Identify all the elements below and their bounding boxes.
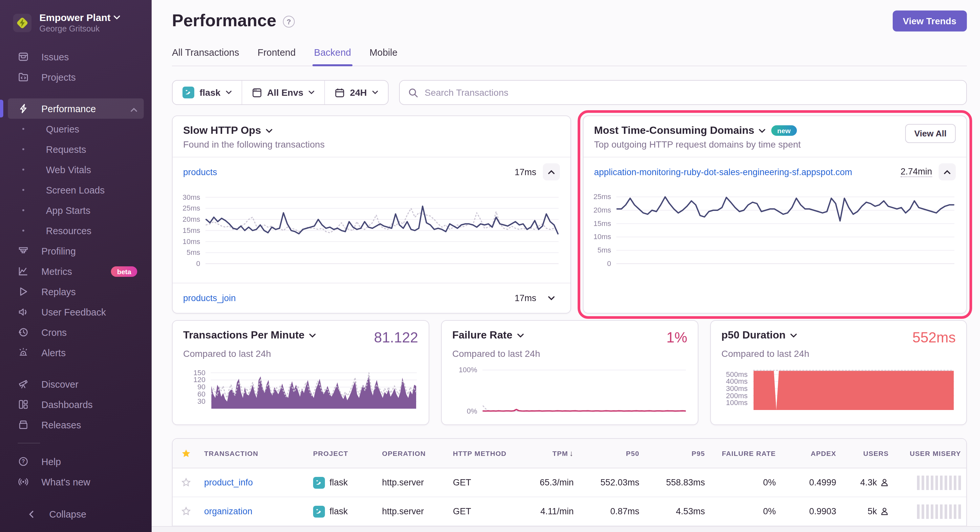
col-tpm-sorted[interactable]: TPM↓ xyxy=(513,449,579,458)
sidebar-item-replays[interactable]: Replays xyxy=(8,281,144,302)
transaction-link[interactable]: products_join xyxy=(183,293,236,303)
col-http-method[interactable]: HTTP Method xyxy=(448,449,513,457)
sidebar-item-help[interactable]: ? Help xyxy=(8,451,144,472)
domains-title-dropdown[interactable]: Most Time-Consuming Domains new xyxy=(594,125,956,137)
widget-subtitle: Top outgoing HTTP request domains by tim… xyxy=(594,139,956,149)
sidebar-nav: Issues Projects Performance Queries Requ… xyxy=(0,46,152,532)
divider xyxy=(18,443,40,443)
sidebar-item-releases[interactable]: Releases xyxy=(8,414,144,435)
star-toggle[interactable] xyxy=(173,478,199,488)
tpm-chart[interactable]: 150120906030 xyxy=(183,365,418,413)
tab-frontend[interactable]: Frontend xyxy=(258,47,296,66)
p50-value: 552ms xyxy=(912,329,956,346)
users-cell: 4.3k xyxy=(842,478,894,488)
col-failure-rate[interactable]: Failure Rate xyxy=(710,449,781,457)
issues-icon xyxy=(18,51,29,62)
col-transaction[interactable]: Transaction xyxy=(199,449,308,457)
sidebar-item-requests[interactable]: Requests xyxy=(8,139,144,159)
operation-cell: http.server xyxy=(377,478,448,488)
view-trends-button[interactable]: View Trends xyxy=(892,11,967,32)
project-cell[interactable]: flask xyxy=(308,476,377,488)
star-toggle[interactable] xyxy=(173,507,199,516)
view-all-button[interactable]: View All xyxy=(905,124,956,143)
collapse-row-button[interactable] xyxy=(939,164,956,180)
duration-value: 17ms xyxy=(515,293,536,303)
most-time-consuming-domains-widget: Most Time-Consuming Domains new Top outg… xyxy=(583,116,967,314)
chevron-left-icon xyxy=(25,508,37,519)
org-switcher[interactable]: Empower Plant George Gritsouk xyxy=(13,12,141,33)
sidebar-item-crons[interactable]: Crons xyxy=(8,322,144,342)
tpm-cell: 65.3/min xyxy=(513,478,579,488)
col-users[interactable]: Users xyxy=(842,449,894,457)
sidebar-item-profiling[interactable]: Profiling xyxy=(8,241,144,261)
svg-text:25ms: 25ms xyxy=(593,192,611,201)
slow-http-row-products-join: products_join 17ms xyxy=(173,283,570,313)
sidebar-item-web-vitals[interactable]: Web Vitals xyxy=(8,159,144,180)
chevron-down-icon xyxy=(226,91,232,94)
slow-http-ops-title-dropdown[interactable]: Slow HTTP Ops xyxy=(183,125,560,137)
window-icon xyxy=(252,87,262,97)
chevron-down-icon xyxy=(309,333,316,338)
failure-rate-chart[interactable]: 100%0% xyxy=(452,365,687,415)
col-apdex[interactable]: Apdex xyxy=(781,449,842,457)
sidebar-item-metrics[interactable]: Metrics beta xyxy=(8,261,144,281)
tab-all-transactions[interactable]: All Transactions xyxy=(172,47,239,66)
bullet-icon xyxy=(22,128,24,130)
slow-http-chart[interactable]: 30ms25ms20ms15ms10ms5ms0 xyxy=(175,190,560,268)
svg-text:30: 30 xyxy=(197,397,205,405)
col-operation[interactable]: Operation xyxy=(377,449,448,457)
p50-title-dropdown[interactable]: p50 Duration xyxy=(721,329,797,341)
expand-row-button[interactable] xyxy=(543,290,560,306)
svg-text:100%: 100% xyxy=(459,366,477,374)
sidebar-item-resources[interactable]: Resources xyxy=(8,221,144,241)
failure-rate-title-dropdown[interactable]: Failure Rate xyxy=(452,329,523,341)
sidebar-item-screen-loads[interactable]: Screen Loads xyxy=(8,180,144,200)
sidebar-item-performance[interactable]: Performance xyxy=(8,98,144,119)
sidebar-item-issues[interactable]: Issues xyxy=(8,46,144,67)
favorite-star-icon[interactable] xyxy=(173,448,199,458)
col-user-misery[interactable]: User Misery xyxy=(894,449,966,457)
page-title: Performance ? xyxy=(172,11,295,31)
help-tooltip-icon[interactable]: ? xyxy=(283,16,295,27)
domains-chart[interactable]: 25ms20ms15ms10ms5ms0 xyxy=(586,190,956,268)
svg-text:10ms: 10ms xyxy=(183,237,200,246)
table-row: product_info flask http.server GET 65.3/… xyxy=(173,468,966,497)
project-filter[interactable]: flask xyxy=(173,81,242,104)
bullet-icon xyxy=(22,148,24,150)
sidebar-item-alerts[interactable]: Alerts xyxy=(8,342,144,363)
col-p95[interactable]: P95 xyxy=(644,449,710,457)
collapse-row-button[interactable] xyxy=(543,164,560,180)
chevron-up-icon xyxy=(130,103,137,114)
environment-filter[interactable]: All Envs xyxy=(242,81,325,104)
search-transactions-box xyxy=(399,80,967,105)
sidebar-item-queries[interactable]: Queries xyxy=(8,119,144,139)
transaction-link[interactable]: products xyxy=(183,167,217,177)
sidebar-item-app-starts[interactable]: App Starts xyxy=(8,200,144,221)
bullet-icon xyxy=(22,230,24,232)
sidebar-item-dashboards[interactable]: Dashboards xyxy=(8,394,144,414)
sidebar-item-whats-new[interactable]: What's new xyxy=(8,472,144,492)
date-range-filter[interactable]: 24H xyxy=(324,81,388,104)
p50-duration-chart[interactable]: 500ms400ms300ms200ms100ms xyxy=(721,365,956,414)
tpm-title-dropdown[interactable]: Transactions Per Minute xyxy=(183,329,316,341)
svg-text:20ms: 20ms xyxy=(593,206,611,214)
project-cell[interactable]: flask xyxy=(308,505,377,517)
domain-link[interactable]: application-monitoring-ruby-dot-sales-en… xyxy=(594,167,852,177)
sidebar-item-user-feedback[interactable]: User Feedback xyxy=(8,302,144,322)
chevron-down-icon xyxy=(372,91,378,94)
slow-http-ops-widget: Slow HTTP Ops Found in the following tra… xyxy=(172,116,571,314)
sidebar-item-projects[interactable]: Projects xyxy=(8,67,144,87)
col-p50[interactable]: P50 xyxy=(579,449,644,457)
search-input[interactable] xyxy=(425,87,958,98)
dashboards-icon xyxy=(18,399,29,410)
flask-project-icon xyxy=(183,87,194,98)
sidebar-collapse-button[interactable]: Collapse xyxy=(16,504,136,524)
transactions-per-minute-widget: Transactions Per Minute 81.122 Compared … xyxy=(172,320,429,425)
col-project[interactable]: Project xyxy=(308,449,377,457)
tab-backend[interactable]: Backend xyxy=(314,47,351,66)
tab-mobile[interactable]: Mobile xyxy=(369,47,398,66)
time-spent-value: 2.74min xyxy=(900,167,932,177)
duration-value: 17ms xyxy=(515,167,536,177)
domain-row: application-monitoring-ruby-dot-sales-en… xyxy=(584,157,966,186)
sidebar-item-discover[interactable]: Discover xyxy=(8,374,144,394)
